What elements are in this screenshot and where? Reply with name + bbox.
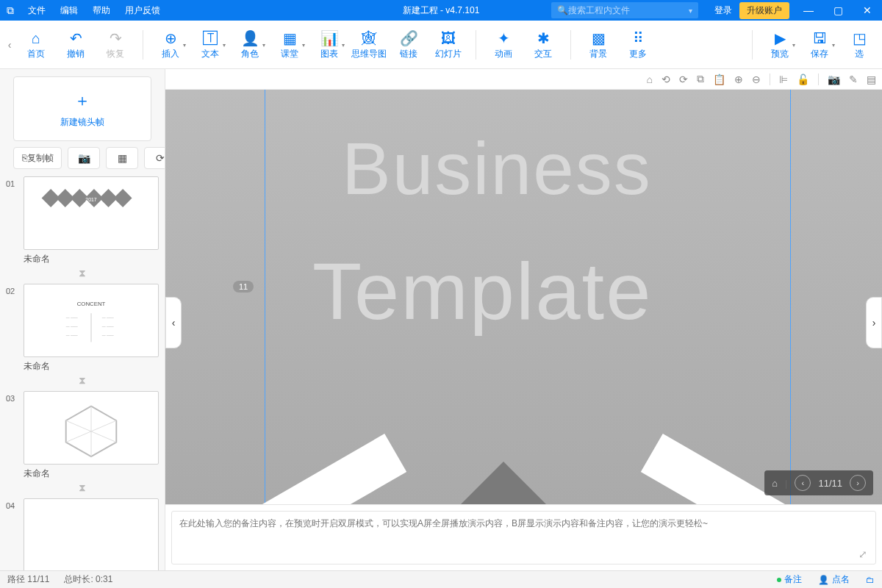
status-duration: 总时长: 0:31 [64,573,112,586]
tool-mindmap[interactable]: 🕸思维导图 [349,29,389,60]
search-box[interactable]: 🔍 ▾ [551,2,698,18]
tool-redo[interactable]: ↷恢复 [96,29,135,60]
tool-class[interactable]: ▦课堂▾ [270,29,309,60]
svg-rect-0 [30,177,153,249]
window-title: 新建工程 - v4.7.101 [403,4,480,17]
maximize-button[interactable]: ▢ [823,4,853,16]
interact-icon: ✱ [537,29,550,48]
qr-button[interactable]: ▦ [106,147,138,169]
tool-home[interactable]: ⌂首页 [16,29,56,60]
align-icon[interactable]: ⊫ [779,74,788,85]
copy-icon[interactable]: ⧉ [697,73,704,85]
page-indicator: 11/11 [818,478,842,489]
transition-icon[interactable]: ⧗ [6,374,159,387]
canvas-text-2[interactable]: Template [312,244,652,337]
canvas-text-1[interactable]: Business [342,126,652,211]
select-icon: ◳ [853,29,867,48]
rotate-left-icon[interactable]: ⟲ [662,74,670,85]
search-input[interactable] [568,5,684,15]
transition-icon[interactable]: ⧗ [6,481,159,494]
undo-icon: ↶ [70,29,82,48]
tool-slide[interactable]: 🖼幻灯片 [429,29,468,60]
search-dropdown-icon[interactable]: ▾ [689,7,692,15]
slide-number: 04 [6,498,24,510]
tool-bg[interactable]: ▩背景 [578,29,618,60]
slide-thumb-2[interactable]: CONCENT— ——— ——— ——— ——— ——— —— [24,284,159,357]
new-frame-label: 新建镜头帧 [60,116,104,129]
slide-list[interactable]: 01 2017 未命名 ⧗ 02 CONCENT— ——— ——— ——— ——… [6,176,159,570]
layers-icon[interactable]: ▤ [867,74,876,85]
panel-toggle-right[interactable]: › [866,297,882,348]
login-link[interactable]: 登录 [707,4,739,17]
expand-notes-icon[interactable]: ⤢ [858,548,867,560]
refresh-button[interactable]: ⟳ [144,147,165,169]
slide-icon: 🖼 [441,29,456,48]
tool-anim[interactable]: ✦动画 [484,29,523,60]
app-logo-icon: ⧉ [0,4,21,17]
play-icon: ▶ [775,29,786,48]
svg-text:— ——: — —— [66,334,78,337]
canvas-shape[interactable] [459,462,548,504]
transition-icon[interactable]: ⧗ [6,267,159,279]
tool-preview[interactable]: ▶预览▾ [760,29,800,60]
tool-role[interactable]: 👤角色▾ [230,29,270,60]
camera-button[interactable]: 📷 [68,147,100,169]
ribbon-nav-left-icon[interactable]: ‹ [3,39,16,51]
paste-icon[interactable]: 📋 [713,74,725,85]
canvas-toolbar: ⌂ ⟲ ⟳ ⧉ 📋 ⊕ ⊖ ⊫ 🔓 📷 ✎ ▤ [165,69,882,90]
new-frame-button[interactable]: ＋ 新建镜头帧 [13,76,151,141]
notes-textarea[interactable] [171,511,876,564]
rotate-right-icon[interactable]: ⟳ [679,74,688,85]
slide-canvas[interactable]: Business Template [165,90,882,504]
page-badge: 11 [233,281,254,293]
status-notes-toggle[interactable]: 备注 [777,573,802,586]
chart-icon: 📊 [320,29,339,48]
close-button[interactable]: ✕ [853,4,882,16]
canvas-viewport[interactable]: Business Template 11 ‹ › ⌂ | ‹ 11/11 › [165,90,882,504]
qr-icon: ▦ [118,152,127,164]
tool-save[interactable]: 🖫保存▾ [800,29,839,60]
board-icon: ▦ [283,29,297,48]
tool-interact[interactable]: ✱交互 [523,29,563,60]
page-navigator: ⌂ | ‹ 11/11 › [764,470,873,495]
slide-thumb-1[interactable]: 2017 [24,176,159,250]
zoom-out-icon[interactable]: ⊖ [752,74,761,85]
tool-insert[interactable]: ⊕插入▾ [151,29,190,60]
status-roll-toggle[interactable]: 👤 点名 [818,573,850,586]
lock-icon[interactable]: 🔓 [797,74,809,85]
upgrade-button[interactable]: 升级账户 [739,2,789,19]
nav-next-button[interactable]: › [850,475,866,491]
nav-home-icon[interactable]: ⌂ [772,478,778,489]
status-folder-icon[interactable]: 🗀 [866,575,875,585]
tool-chart[interactable]: 📊图表▾ [309,29,349,60]
plus-icon: ＋ [74,90,90,112]
slide-thumb-3[interactable] [24,391,159,465]
edit-icon[interactable]: ✎ [849,74,858,85]
menu-help[interactable]: 帮助 [85,4,118,17]
nav-prev-button[interactable]: ‹ [795,475,811,491]
menu-edit[interactable]: 编辑 [53,4,85,17]
canvas-decoration [165,434,406,504]
tool-text[interactable]: 🅃文本▾ [190,29,230,60]
status-path: 路径 11/11 [7,573,49,586]
tool-link[interactable]: 🔗链接 [389,29,429,60]
home-view-icon[interactable]: ⌂ [647,74,653,85]
minimize-button[interactable]: — [794,4,823,16]
ribbon-toolbar: ‹ ⌂首页 ↶撤销 ↷恢复 ⊕插入▾ 🅃文本▾ 👤角色▾ ▦课堂▾ 📊图表▾ 🕸… [0,21,882,69]
menu-file[interactable]: 文件 [21,4,53,17]
tool-select[interactable]: ◳选 [839,29,879,60]
svg-text:— ——: — —— [66,316,78,320]
zoom-in-icon[interactable]: ⊕ [734,74,743,85]
copy-frame-button[interactable]: ⎘ 复制帧 [13,147,62,169]
tool-more[interactable]: ⠿更多 [618,29,658,60]
panel-toggle-left[interactable]: ‹ [165,297,182,348]
slide-number: 02 [6,284,24,295]
slide-thumb-4[interactable] [24,498,159,570]
tool-undo[interactable]: ↶撤销 [56,29,96,60]
slide-number: 03 [6,391,24,403]
menu-feedback[interactable]: 用户反馈 [118,4,168,17]
camera-icon: 📷 [78,152,90,164]
snapshot-icon[interactable]: 📷 [828,74,840,85]
home-icon: ⌂ [32,29,40,48]
slide-name: 未命名 [24,360,159,373]
